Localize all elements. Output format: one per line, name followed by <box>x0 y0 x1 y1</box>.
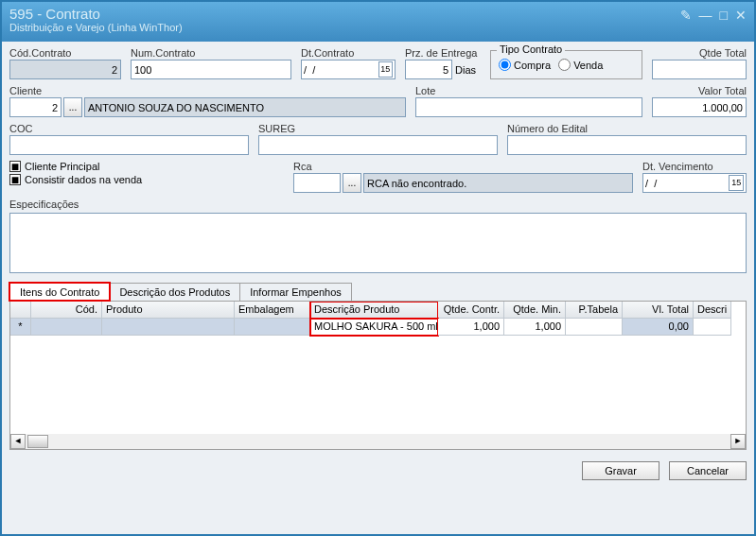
cell-descri[interactable] <box>694 319 731 336</box>
chk-cliente-principal[interactable]: ■ Cliente Principal <box>9 161 284 172</box>
scroll-thumb[interactable] <box>27 435 48 448</box>
col-cod[interactable]: Cód. <box>31 302 102 319</box>
cell-vl-total[interactable]: 0,00 <box>623 319 694 336</box>
window-subtitle: Distribuição e Varejo (Linha WinThor) <box>9 22 747 33</box>
num-contrato-input[interactable] <box>131 60 291 79</box>
label-especificacoes: Especificações <box>9 199 747 210</box>
rca-input[interactable] <box>293 173 341 193</box>
label-cliente: Cliente <box>9 85 406 96</box>
cancelar-button[interactable]: Cancelar <box>669 461 747 480</box>
prz-entrega-input[interactable] <box>405 60 452 79</box>
cell-p-tabela[interactable] <box>566 319 623 336</box>
checkbox-icon[interactable]: ■ <box>9 161 21 172</box>
col-descricao[interactable]: Descrição Produto <box>310 302 438 319</box>
cod-contrato-input[interactable] <box>9 60 121 79</box>
grid-itens: Cód. Produto Embalagem Descrição Produto… <box>9 301 747 450</box>
col-vl-total[interactable]: Vl. Total <box>623 302 694 319</box>
scroll-right-icon[interactable]: ► <box>730 434 746 449</box>
radio-venda-input[interactable] <box>558 59 571 71</box>
title-bar: 595 - Contrato Distribuição e Varejo (Li… <box>2 2 754 42</box>
close-icon[interactable]: ✕ <box>735 8 747 23</box>
gravar-button[interactable]: Gravar <box>582 461 659 480</box>
especificacoes-textarea[interactable] <box>9 213 747 273</box>
calendar-icon[interactable]: 15 <box>378 61 393 78</box>
tab-informar-empenhos[interactable]: Informar Empenhos <box>239 283 352 301</box>
dt-contrato-input[interactable] <box>304 61 378 78</box>
cell-cod[interactable] <box>31 319 102 336</box>
horizontal-scrollbar[interactable]: ◄ ► <box>10 434 746 449</box>
radio-venda[interactable]: Venda <box>558 59 603 71</box>
checkbox-icon[interactable]: ■ <box>9 174 21 185</box>
col-marker <box>10 302 31 319</box>
label-dt-contrato: Dt.Contrato <box>301 47 396 59</box>
valor-total-input[interactable] <box>652 97 747 117</box>
label-qtde-total: Qtde Total <box>652 47 747 59</box>
calendar-icon[interactable]: 15 <box>729 175 744 191</box>
col-p-tabela[interactable]: P.Tabela <box>566 302 623 319</box>
label-lote: Lote <box>415 85 642 96</box>
table-row[interactable]: * MOLHO SAKURA - 500 ml 1,000 1,000 0,00 <box>10 319 746 336</box>
coc-input[interactable] <box>9 135 249 155</box>
tab-descricao-produtos[interactable]: Descrição dos Produtos <box>109 283 240 301</box>
dias-label: Dias <box>455 64 476 76</box>
rca-lookup-button[interactable]: ... <box>343 173 361 193</box>
col-produto[interactable]: Produto <box>102 302 235 319</box>
col-embalagem[interactable]: Embalagem <box>235 302 310 319</box>
radio-compra[interactable]: Compra <box>499 59 551 71</box>
edit-icon[interactable]: ✎ <box>680 8 692 23</box>
col-qtde-contr[interactable]: Qtde. Contr. <box>438 302 504 319</box>
label-coc: COC <box>9 123 249 134</box>
lote-input[interactable] <box>415 97 642 117</box>
cell-produto[interactable] <box>102 319 235 336</box>
cliente-lookup-button[interactable]: ... <box>63 97 82 117</box>
cell-qtde-contr[interactable]: 1,000 <box>438 319 504 336</box>
cell-embalagem[interactable] <box>235 319 310 336</box>
cliente-id-input[interactable] <box>9 97 62 117</box>
qtde-total-input[interactable] <box>652 60 747 79</box>
dt-contrato-field[interactable]: 15 <box>301 60 396 79</box>
legend-tipo-contrato: Tipo Contrato <box>497 43 565 55</box>
cell-descricao[interactable]: MOLHO SAKURA - 500 ml <box>310 319 438 336</box>
label-rca: Rca <box>293 161 633 172</box>
grid-header: Cód. Produto Embalagem Descrição Produto… <box>10 302 746 319</box>
label-num-contrato: Num.Contrato <box>131 47 291 59</box>
col-descri[interactable]: Descri <box>694 302 731 319</box>
label-num-edital: Número do Edital <box>507 123 747 134</box>
sureg-input[interactable] <box>258 135 498 155</box>
label-dt-venc: Dt. Vencimento <box>642 161 747 172</box>
dt-venc-input[interactable] <box>645 175 729 191</box>
cell-qtde-min[interactable]: 1,000 <box>504 319 566 336</box>
radio-compra-input[interactable] <box>499 59 511 71</box>
label-sureg: SUREG <box>258 123 498 134</box>
rca-msg-input <box>363 173 633 193</box>
col-qtde-min[interactable]: Qtde. Min. <box>504 302 566 319</box>
chk-consistir-dados[interactable]: ■ Consistir dados na venda <box>9 174 284 185</box>
label-prz-entrega: Prz. de Entrega <box>405 47 481 59</box>
content-area: Cód.Contrato Num.Contrato Dt.Contrato 15… <box>2 42 754 534</box>
tab-itens-contrato[interactable]: Itens do Contrato <box>9 283 110 301</box>
label-cod-contrato: Cód.Contrato <box>9 47 121 59</box>
scroll-left-icon[interactable]: ◄ <box>10 434 26 449</box>
num-edital-input[interactable] <box>507 135 747 155</box>
dt-venc-field[interactable]: 15 <box>642 173 747 193</box>
cliente-nome-input <box>84 97 406 117</box>
window-title: 595 - Contrato <box>9 6 747 22</box>
minimize-icon[interactable]: — <box>699 8 712 23</box>
label-valor-total: Valor Total <box>652 85 747 96</box>
row-marker: * <box>10 319 31 336</box>
maximize-icon[interactable]: □ <box>720 8 728 23</box>
